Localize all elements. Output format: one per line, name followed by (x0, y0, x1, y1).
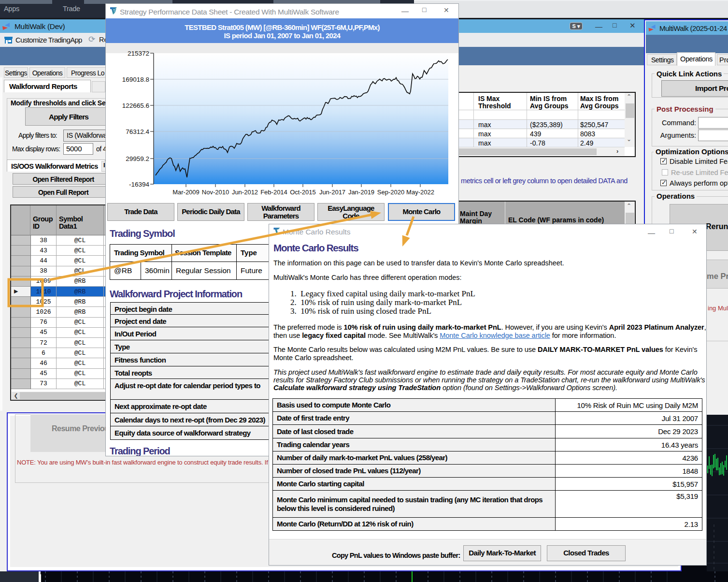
svg-text:Oct-2015: Oct-2015 (290, 189, 315, 196)
svg-text:Jun-2017: Jun-2017 (319, 189, 345, 196)
svg-text:Nov-2010: Nov-2010 (202, 189, 229, 196)
svg-text:May-2022: May-2022 (406, 189, 434, 196)
svg-text:169018.8: 169018.8 (122, 76, 149, 83)
svg-text:Sep-2020: Sep-2020 (377, 189, 404, 196)
svg-text:Jan-2019: Jan-2019 (348, 189, 374, 196)
svg-text:215372: 215372 (128, 50, 149, 57)
svg-text:Mar-2009: Mar-2009 (172, 189, 200, 196)
svg-text:Jun-2012: Jun-2012 (232, 189, 258, 196)
svg-text:-16394: -16394 (129, 181, 150, 188)
svg-text:122665.6: 122665.6 (122, 102, 149, 109)
svg-text:Feb-2014: Feb-2014 (260, 189, 287, 196)
svg-text:76312.4: 76312.4 (126, 128, 149, 135)
svg-text:29959.2: 29959.2 (126, 155, 149, 162)
